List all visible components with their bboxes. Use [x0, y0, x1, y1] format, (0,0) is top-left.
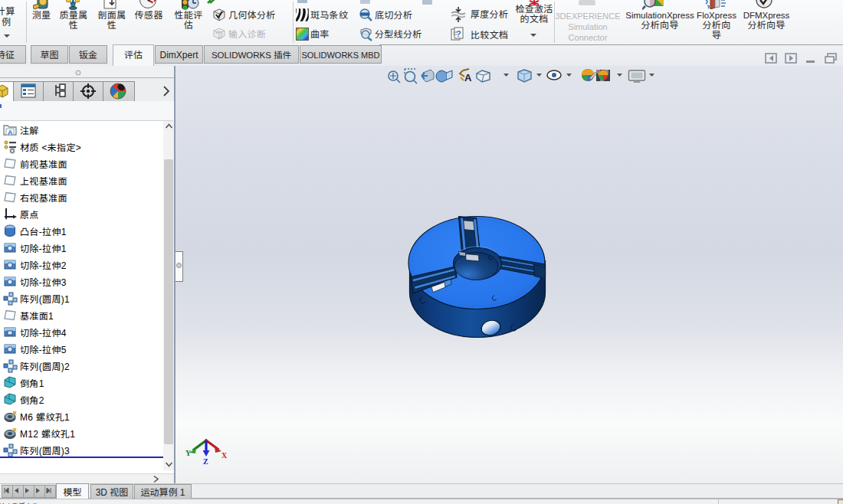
svg-text:A: A — [8, 127, 13, 137]
svg-text:Z: Z — [203, 457, 208, 466]
svg-text:X: X — [221, 451, 228, 460]
svg-text:Y: Y — [185, 449, 192, 457]
svg-text:?: ? — [456, 27, 461, 39]
